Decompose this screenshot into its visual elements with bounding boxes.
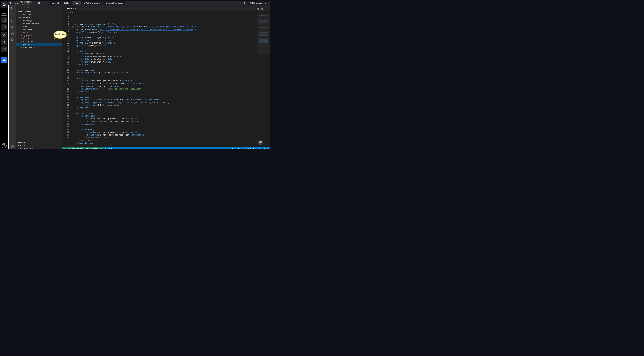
code-line[interactable]: <packaging>pom</packaging> [71, 44, 270, 47]
refresh-fab[interactable] [258, 140, 263, 145]
more-actions-icon[interactable]: ⋯ [266, 8, 268, 11]
file-.gitignore[interactable]: ◆.gitignore [16, 34, 62, 37]
section-maven-projects[interactable]: ›MAVEN PROJECTS [16, 147, 62, 149]
help-icon[interactable] [1, 143, 7, 149]
code-line[interactable]: <artifactId>spring-boot-starter-test</ar… [71, 133, 270, 136]
view-tab-editor[interactable]: Editor [62, 1, 72, 5]
extensions-icon[interactable] [10, 31, 14, 35]
code-line[interactable]: <module>brake-temperature</module> [71, 55, 270, 58]
settings-icon[interactable] [10, 145, 14, 149]
screen-tile-2[interactable] [1, 24, 7, 30]
folder-thumbinator[interactable]: ›thumbinator [16, 28, 62, 31]
code-line[interactable]: <artifactId>spring-boot-starter-parent</… [71, 82, 270, 85]
settings-gear-icon[interactable] [37, 1, 41, 4]
follow-presenter-button[interactable]: Follow presenter [0, 12, 8, 16]
view-tab-scdf-dashboard[interactable]: SCDF Dashboard [82, 1, 102, 5]
code-line[interactable]: <java.version>1.8</java.version> [71, 104, 270, 106]
code-line[interactable] [71, 109, 270, 112]
file-mvnw.cmd[interactable]: ⬣mvnw.cmd [16, 40, 62, 43]
code-line[interactable]: <dependency> [71, 115, 270, 117]
section-outline[interactable]: ›OUTLINE [16, 141, 62, 144]
code-line[interactable]: <project.reporting.outputEncoding>UTF-8<… [71, 101, 270, 104]
code-line[interactable]: </dependency> [71, 139, 270, 142]
code-line[interactable]: <module>thumbinator</module> [71, 60, 270, 63]
section-timeline[interactable]: ›TIMELINE [16, 144, 62, 147]
code-line[interactable]: </dependencies> [71, 142, 270, 144]
pencil-tile[interactable] [1, 32, 7, 38]
sidebar-more-icon[interactable]: ⋯ [58, 6, 60, 9]
code-line[interactable] [71, 33, 270, 36]
code-line[interactable]: <name>labs</name> [71, 69, 270, 71]
call-for-assistance-button[interactable]: Call for assistance [247, 1, 268, 5]
source-control-icon[interactable] [10, 19, 14, 23]
code-line[interactable] [71, 66, 270, 69]
tab-size-indicator[interactable]: Tab Size: 4 [243, 148, 251, 149]
open-editor-item[interactable]: × ⟨⟩ pom.xml [16, 13, 62, 16]
code-line[interactable]: <artifactId>spring-boot-starter</artifac… [71, 120, 270, 123]
warnings-count[interactable]: 0 [108, 148, 112, 149]
code-line[interactable]: xsi:schemaLocation="http://maven.apache.… [71, 28, 270, 31]
code-line[interactable] [71, 125, 270, 128]
code-line[interactable]: <modelVersion>4.0.0</modelVersion> [71, 31, 270, 34]
language-indicator[interactable]: XML [258, 148, 261, 149]
close-tab-icon[interactable]: × [75, 7, 76, 9]
open-editors-section[interactable]: ▾ OPEN EDITORS [16, 10, 62, 13]
folder-brake-logs[interactable]: ›brake-logs [16, 19, 62, 22]
popout-icon[interactable] [242, 1, 245, 4]
code-line[interactable] [71, 93, 270, 96]
code-editor[interactable]: 1234567891011121314151617181920212223242… [62, 14, 270, 147]
more-dots-icon[interactable]: ••• [3, 9, 6, 11]
code-line[interactable]: <relativePath/> <!-- lookup parent from … [71, 87, 270, 90]
code-line[interactable]: </modules> [71, 63, 270, 66]
folder-scripts[interactable]: ›scripts [16, 25, 62, 28]
code-line[interactable]: <dependencies> [71, 112, 270, 115]
code-line[interactable]: <module>trucks</module> [71, 52, 270, 55]
close-editor-icon[interactable]: × [18, 13, 19, 16]
code-line[interactable]: <parent> [71, 77, 270, 79]
code-line[interactable]: <groupId>org.springframework.boot</group… [71, 131, 270, 133]
upload-tile[interactable] [1, 46, 7, 52]
line-col-indicator[interactable]: Ln 1, Col 1 [232, 148, 240, 149]
code-line[interactable]: </parent> [71, 90, 270, 93]
view-tab-terminal[interactable]: Terminal [49, 1, 61, 5]
code-line[interactable]: </properties> [71, 106, 270, 109]
code-line[interactable] [71, 47, 270, 50]
code-line[interactable]: <groupId>org.springframework.boot</group… [71, 79, 270, 82]
folder-trucks[interactable]: ›trucks [16, 31, 62, 34]
cloud-tile[interactable] [1, 57, 7, 63]
code-line[interactable]: <scope>test</scope> [71, 136, 270, 139]
code-line[interactable]: <description>Lab applications</descripti… [71, 71, 270, 74]
remote-host-segment[interactable]: rrt9cqkcqitmaqyfy-g5tervddp8hx24rxo.rp.s… [62, 147, 104, 149]
code-line[interactable] [71, 144, 270, 147]
view-tab-ide[interactable]: IDE [73, 1, 80, 5]
debug-icon[interactable] [10, 25, 14, 29]
file-mvnw[interactable]: ⬣mvnw [16, 37, 62, 40]
code-line[interactable]: <?xml version="1.0" encoding="UTF-8"?> [71, 23, 270, 25]
screen-tile-1[interactable] [1, 17, 7, 23]
code-line[interactable]: <artifactId>labs</artifactId> [71, 39, 270, 42]
code-line[interactable]: <groupId>com.springone</groupId> [71, 36, 270, 39]
errors-count[interactable]: 0 [104, 148, 108, 149]
code-line[interactable]: <project xmlns="http://maven.apache.org/… [71, 25, 270, 28]
eol-indicator[interactable]: LF [253, 148, 255, 149]
code-line[interactable]: <version>0.0.1-SNAPSHOT</version> [71, 41, 270, 44]
code-line[interactable]: <project.build.sourceEncoding>UTF-8</pro… [71, 98, 270, 101]
minimap[interactable] [258, 14, 270, 147]
bell-icon[interactable] [267, 148, 269, 149]
file-README.md[interactable]: ⓘREADME.md [16, 46, 62, 49]
feedback-icon[interactable] [263, 148, 265, 149]
compare-changes-icon[interactable] [257, 8, 259, 11]
more-dots-2-icon[interactable]: ••• [3, 53, 6, 56]
code-line[interactable]: <dependency> [71, 128, 270, 131]
code-line[interactable]: <modules> [71, 50, 270, 52]
ticket-tile[interactable] [1, 39, 7, 45]
code-line[interactable]: <module>brake-logs</module> [71, 58, 270, 61]
code-line[interactable]: </dependency> [71, 123, 270, 125]
view-tab-grafana-dashboard[interactable]: Grafana Dashboard [103, 1, 125, 5]
breadcrumb[interactable]: ⟨⟩ pom.xml [62, 11, 270, 14]
editor-tab[interactable]: ⟨⟩ pom.xml × [62, 6, 78, 11]
search-icon[interactable] [10, 12, 14, 16]
code-line[interactable]: <groupId>org.springframework.boot</group… [71, 117, 270, 120]
code-line[interactable]: <version>2.3.3.RELEASE</version> [71, 85, 270, 88]
strigo-logo[interactable]: S [1, 1, 8, 7]
